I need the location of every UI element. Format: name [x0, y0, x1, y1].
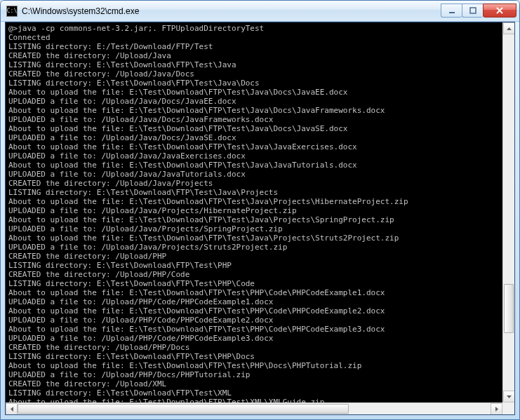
app-icon-glyph: C:\: [7, 8, 17, 14]
svg-rect-1: [470, 8, 476, 13]
chevron-left-icon: [11, 407, 13, 412]
app-icon: C:\: [6, 6, 18, 17]
chevron-down-icon: [507, 395, 512, 398]
titlebar[interactable]: C:\ C:\Windows\system32\cmd.exe: [1, 1, 519, 22]
vertical-scroll-track[interactable]: [503, 34, 514, 391]
scroll-up-button[interactable]: [503, 22, 515, 34]
scroll-down-button[interactable]: [503, 391, 515, 402]
terminal-output[interactable]: @>java -cp commons-net-3.2.jar;. FTPUplo…: [6, 22, 514, 414]
client-area: @>java -cp commons-net-3.2.jar;. FTPUplo…: [5, 22, 515, 415]
close-icon: [495, 7, 504, 14]
window-bottom-border: [1, 415, 519, 419]
horizontal-scrollbar[interactable]: [6, 402, 502, 414]
chevron-right-icon: [495, 407, 498, 412]
window-title: C:\Windows\system32\cmd.exe: [22, 6, 441, 16]
scroll-left-button[interactable]: [6, 403, 18, 415]
window-control-buttons: [441, 4, 516, 18]
close-button[interactable]: [483, 4, 516, 18]
minimize-icon: [448, 7, 455, 14]
cmd-window: C:\ C:\Windows\system32\cmd.exe @>java -…: [0, 0, 520, 420]
scroll-right-button[interactable]: [491, 403, 502, 415]
chevron-up-icon: [507, 27, 512, 30]
vertical-scrollbar[interactable]: [502, 22, 514, 402]
maximize-button[interactable]: [462, 4, 483, 18]
minimize-button[interactable]: [441, 4, 462, 18]
horizontal-scroll-track[interactable]: [18, 403, 491, 414]
maximize-icon: [469, 7, 476, 14]
vertical-scroll-thumb[interactable]: [504, 284, 514, 333]
svg-rect-0: [449, 12, 455, 13]
scroll-corner: [502, 402, 514, 414]
horizontal-scroll-thumb[interactable]: [18, 404, 349, 414]
